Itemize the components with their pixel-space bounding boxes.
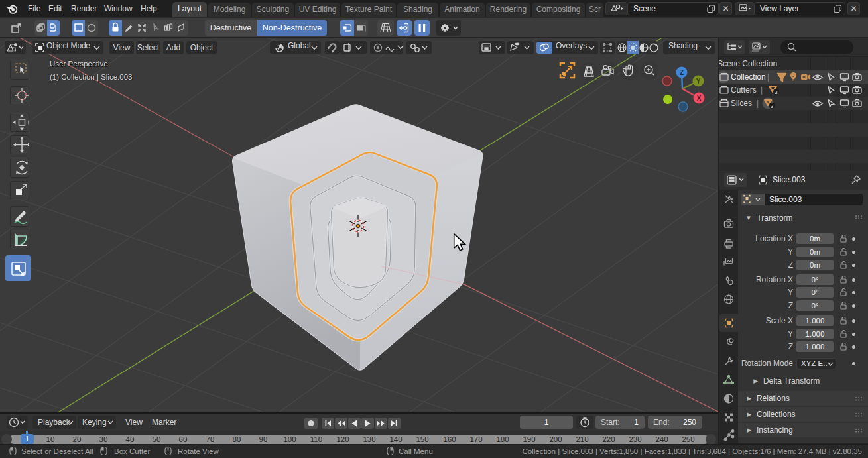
svg-text:Y: Y (696, 78, 701, 85)
svg-text:3: 3 (775, 89, 778, 95)
svg-text:X: X (697, 95, 702, 102)
svg-text:Z: Z (680, 69, 684, 76)
svg-text:3: 3 (771, 103, 774, 109)
